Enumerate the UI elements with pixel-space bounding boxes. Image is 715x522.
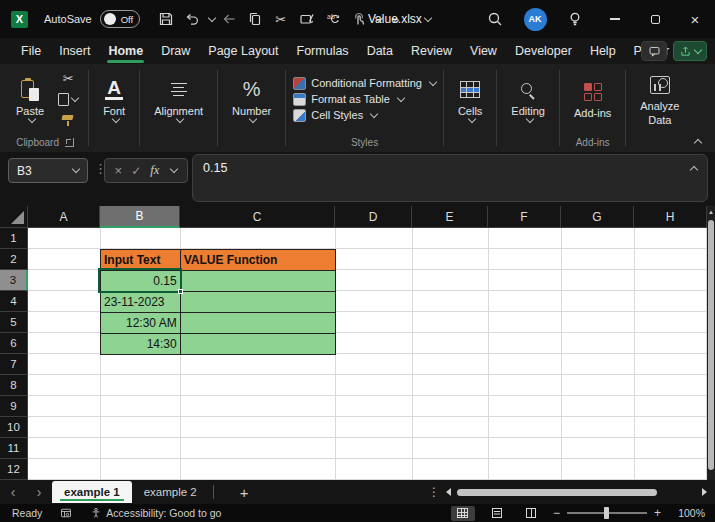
comments-button[interactable] (641, 41, 667, 61)
horizontal-scroll-thumb[interactable] (457, 489, 657, 496)
zoom-out-icon[interactable]: − (553, 506, 560, 520)
insert-function-icon[interactable]: fx (150, 163, 159, 178)
row-header-2[interactable]: 2 (0, 249, 28, 270)
fx-dropdown-icon[interactable] (170, 165, 178, 173)
sheet-tab-example-1[interactable]: example 1 (52, 481, 132, 503)
tab-page-layout[interactable]: Page Layout (199, 38, 287, 64)
row-header-10[interactable]: 10 (0, 417, 28, 438)
row-header-11[interactable]: 11 (0, 438, 28, 459)
share-button[interactable] (673, 41, 707, 61)
tab-review[interactable]: Review (402, 38, 461, 64)
row-header-9[interactable]: 9 (0, 396, 28, 417)
format-as-table-button[interactable]: Format as Table (293, 93, 404, 106)
tips-lightbulb-icon[interactable] (555, 0, 595, 38)
view-page-layout-button[interactable] (485, 506, 509, 521)
col-header-G[interactable]: G (561, 206, 634, 228)
account-avatar[interactable]: AK (515, 0, 555, 38)
copy-button[interactable] (55, 89, 81, 109)
cell-B5[interactable]: 12:30 AM (101, 313, 181, 334)
cell-C2[interactable]: VALUE Function (181, 250, 336, 271)
font-menu-button[interactable]: A Font (96, 75, 132, 124)
tab-data[interactable]: Data (358, 38, 402, 64)
tab-help[interactable]: Help (581, 38, 625, 64)
cell-styles-button[interactable]: Cell Styles (293, 109, 377, 122)
cell-C6[interactable] (181, 334, 336, 355)
tab-insert[interactable]: Insert (50, 38, 99, 64)
col-header-B[interactable]: B (100, 206, 180, 228)
new-sheet-icon[interactable]: + (218, 484, 271, 501)
horizontal-scrollbar[interactable] (446, 485, 707, 499)
autosave-toggle[interactable]: Off (100, 10, 140, 28)
zoom-level[interactable]: 100% (671, 507, 705, 519)
cells-menu-button[interactable]: Cells (451, 75, 489, 124)
sheet-nav-right-icon[interactable]: › (26, 484, 52, 500)
row-header-5[interactable]: 5 (0, 312, 28, 333)
scroll-right-icon[interactable] (702, 488, 707, 496)
name-box[interactable]: B3 (8, 158, 88, 183)
sheet-tab-example-2[interactable]: example 2 (132, 481, 209, 503)
formula-input[interactable]: 0.15 (192, 154, 708, 202)
document-title[interactable]: Value.xlsx (368, 0, 431, 38)
cell-B4[interactable]: 23-11-2023 (101, 292, 181, 313)
vertical-scroll-thumb[interactable] (708, 220, 714, 470)
cell-C3[interactable] (181, 271, 336, 292)
tab-view[interactable]: View (461, 38, 506, 64)
undo-dropdown-icon[interactable] (207, 13, 215, 21)
collapse-formula-bar-icon[interactable] (690, 166, 698, 174)
col-header-D[interactable]: D (335, 206, 412, 228)
maximize-button[interactable] (635, 0, 675, 38)
col-header-E[interactable]: E (412, 206, 488, 228)
tab-file[interactable]: File (12, 38, 50, 64)
copy-icon[interactable] (243, 7, 267, 31)
number-menu-button[interactable]: % Number (225, 75, 278, 124)
tab-draw[interactable]: Draw (152, 38, 199, 64)
view-normal-button[interactable] (451, 506, 475, 521)
view-page-break-button[interactable] (519, 506, 543, 521)
row-header-8[interactable]: 8 (0, 375, 28, 396)
cut-button[interactable]: ✂ (55, 68, 81, 88)
row-header-4[interactable]: 4 (0, 291, 28, 312)
alignment-menu-button[interactable]: Alignment (147, 75, 210, 124)
save-icon[interactable] (154, 7, 178, 31)
sheet-nav-left-icon[interactable]: ‹ (0, 484, 26, 500)
search-icon[interactable] (475, 0, 515, 38)
replace-icon[interactable]: ab (321, 7, 345, 31)
grid-cells-area[interactable]: Input Text VALUE Function 0.15 23-11-202… (28, 228, 707, 480)
row-header-12[interactable]: 12 (0, 459, 28, 480)
editing-menu-button[interactable]: Editing (504, 75, 552, 124)
close-button[interactable]: × (675, 0, 715, 38)
row-header-3[interactable]: 3 (0, 270, 28, 291)
col-header-F[interactable]: F (488, 206, 561, 228)
accessibility-status[interactable]: Accessibility: Good to go (90, 507, 221, 519)
undo-icon[interactable] (180, 7, 204, 31)
enter-icon[interactable]: ✓ (131, 164, 141, 178)
collapse-ribbon-icon[interactable] (694, 139, 702, 147)
conditional-formatting-button[interactable]: Conditional Formatting (293, 77, 436, 90)
col-header-A[interactable]: A (28, 206, 100, 228)
cancel-icon[interactable]: × (115, 163, 123, 178)
col-header-H[interactable]: H (634, 206, 707, 228)
zoom-in-icon[interactable]: + (654, 506, 661, 520)
macro-record-icon[interactable] (60, 507, 72, 519)
select-all-corner[interactable] (0, 206, 28, 228)
cut-icon[interactable]: ✂ (269, 7, 293, 31)
row-header-7[interactable]: 7 (0, 354, 28, 375)
fill-handle[interactable] (178, 289, 183, 294)
tab-home[interactable]: Home (99, 38, 152, 64)
sheet-options-icon[interactable]: ⋮ (428, 485, 440, 499)
format-painter-button[interactable] (55, 110, 81, 130)
back-arrow-icon[interactable] (217, 7, 241, 31)
cell-C5[interactable] (181, 313, 336, 334)
row-header-1[interactable]: 1 (0, 228, 28, 249)
tab-formulas[interactable]: Formulas (288, 38, 358, 64)
scroll-up-icon[interactable]: ▲ (707, 206, 715, 218)
analyze-data-button[interactable]: Analyze Data (633, 70, 686, 128)
paste-button[interactable]: Paste (9, 75, 51, 124)
scroll-left-icon[interactable] (446, 488, 451, 496)
minimize-button[interactable] (595, 0, 635, 38)
vertical-scrollbar[interactable]: ▲ (707, 206, 715, 480)
col-header-C[interactable]: C (180, 206, 335, 228)
row-header-6[interactable]: 6 (0, 333, 28, 354)
cell-C4[interactable] (181, 292, 336, 313)
zoom-slider-thumb[interactable] (604, 507, 609, 519)
